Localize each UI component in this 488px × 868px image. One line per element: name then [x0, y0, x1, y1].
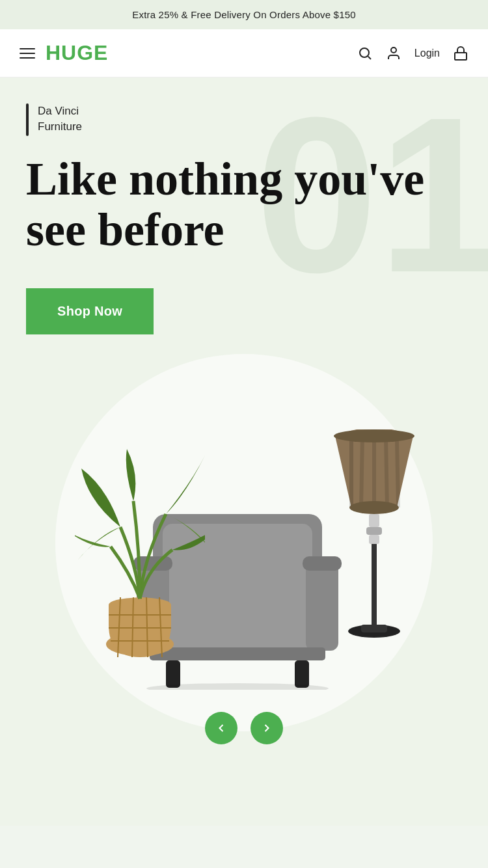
brand-label: Da VinciFurniture	[26, 103, 462, 136]
furniture-scene	[49, 367, 439, 692]
hero-image-area	[26, 354, 462, 692]
user-icon[interactable]	[386, 46, 401, 61]
svg-line-1	[368, 56, 370, 59]
hero-headline: Like nothing you've see before	[26, 154, 462, 256]
search-icon[interactable]	[357, 46, 373, 61]
svg-rect-33	[372, 544, 377, 629]
svg-rect-31	[366, 527, 382, 535]
login-button[interactable]: Login	[414, 47, 440, 59]
header-icons: Login	[357, 46, 468, 61]
svg-line-24	[361, 436, 362, 509]
svg-point-29	[334, 429, 414, 442]
svg-rect-32	[369, 535, 379, 544]
announcement-text: Extra 25% & Free Delivery On Orders Abov…	[132, 9, 356, 20]
brand-name: Da VinciFurniture	[38, 103, 82, 136]
svg-point-2	[391, 47, 396, 53]
next-arrow[interactable]	[251, 712, 283, 744]
cart-icon[interactable]	[453, 46, 468, 61]
svg-line-26	[386, 436, 387, 509]
menu-icon[interactable]	[20, 48, 35, 59]
svg-rect-35	[361, 625, 387, 632]
svg-point-0	[360, 48, 369, 57]
svg-rect-18	[303, 556, 342, 571]
header: HUGE Login	[0, 29, 488, 77]
svg-rect-21	[295, 660, 309, 688]
svg-rect-17	[306, 560, 338, 651]
svg-line-27	[397, 439, 398, 508]
hero-section: 01 Da VinciFurniture Like nothing you've…	[0, 77, 488, 826]
announcement-bar: Extra 25% & Free Delivery On Orders Abov…	[0, 0, 488, 29]
svg-point-28	[349, 501, 399, 514]
shop-now-button[interactable]: Shop Now	[26, 288, 154, 334]
brand-label-bar	[26, 103, 29, 136]
prev-arrow[interactable]	[205, 712, 237, 744]
hero-navigation	[26, 692, 462, 770]
svg-rect-30	[369, 514, 379, 527]
plant-image	[75, 449, 205, 673]
logo: HUGE	[46, 41, 357, 65]
svg-rect-3	[455, 53, 467, 60]
